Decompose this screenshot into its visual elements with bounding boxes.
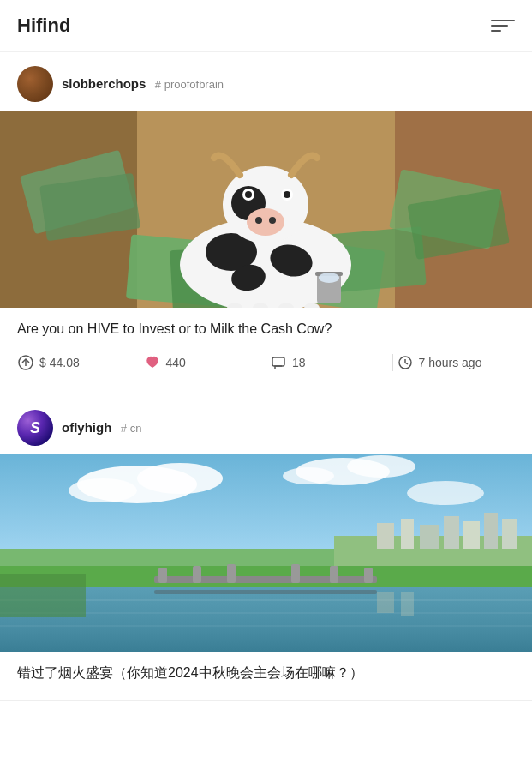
author-tag-2: # cn <box>121 422 142 435</box>
comments-count: 18 <box>292 356 306 369</box>
stat-divider-2 <box>266 354 266 371</box>
svg-rect-58 <box>364 568 373 583</box>
app-title: Hifind <box>17 15 70 37</box>
tag-prefix-2: # <box>121 422 127 435</box>
svg-point-19 <box>269 217 276 224</box>
author-info-2: oflyhigh # cn <box>62 420 141 436</box>
post-title-2[interactable]: 错过了烟火盛宴（你知道2024中秋晚会主会场在哪嘛？） <box>0 652 532 691</box>
upvote-icon <box>17 354 34 371</box>
stat-divider-3 <box>392 354 393 371</box>
post-image-scene <box>0 111 532 308</box>
svg-point-21 <box>245 191 252 198</box>
post-image-2[interactable] <box>0 454 532 652</box>
svg-rect-49 <box>484 513 498 549</box>
money-bg-svg <box>0 111 532 308</box>
svg-rect-54 <box>193 566 201 583</box>
author-name-2[interactable]: oflyhigh <box>62 420 111 435</box>
svg-rect-48 <box>463 521 480 549</box>
svg-rect-32 <box>272 357 284 366</box>
clock-icon <box>397 354 414 371</box>
avatar-2[interactable] <box>17 410 53 446</box>
svg-point-40 <box>283 467 334 484</box>
svg-rect-44 <box>377 523 394 549</box>
post-image[interactable] <box>0 111 532 308</box>
svg-rect-65 <box>401 592 414 616</box>
post-value: $ 44.08 <box>39 356 80 369</box>
post-card: slobberchops # proofofbrain <box>0 52 532 387</box>
post-author-row: slobberchops # proofofbrain <box>0 52 532 111</box>
svg-point-36 <box>137 463 223 494</box>
likes-count: 440 <box>166 356 186 369</box>
author-name[interactable]: slobberchops <box>62 76 146 91</box>
filter-line-3 <box>491 30 501 32</box>
filter-line-1 <box>491 20 515 21</box>
svg-rect-63 <box>154 590 377 594</box>
post-author-row-2: oflyhigh # cn <box>0 396 532 454</box>
svg-point-18 <box>255 217 262 224</box>
svg-rect-50 <box>502 519 517 549</box>
stat-comments: 18 <box>270 354 389 371</box>
svg-point-37 <box>69 478 137 502</box>
svg-point-17 <box>247 208 284 236</box>
svg-point-41 <box>407 481 484 505</box>
stat-time: 7 hours ago <box>397 354 516 371</box>
svg-rect-55 <box>227 564 236 583</box>
svg-rect-52 <box>154 576 377 583</box>
author-tag: # proofofbrain <box>155 78 224 91</box>
stat-divider <box>140 354 140 371</box>
comment-icon <box>270 354 287 371</box>
svg-point-30 <box>319 273 339 283</box>
filter-button[interactable] <box>491 14 515 38</box>
avatar[interactable] <box>17 66 53 102</box>
svg-rect-57 <box>330 566 338 583</box>
svg-rect-56 <box>291 564 300 583</box>
tag-value-2[interactable]: cn <box>130 422 142 435</box>
svg-rect-64 <box>377 592 394 613</box>
tag-value[interactable]: proofofbrain <box>164 78 224 91</box>
filter-line-2 <box>491 25 508 27</box>
svg-rect-47 <box>444 516 459 549</box>
svg-rect-66 <box>0 574 86 617</box>
svg-point-39 <box>347 455 415 478</box>
svg-rect-53 <box>158 568 167 583</box>
post-time: 7 hours ago <box>419 356 482 369</box>
tag-prefix: # <box>155 78 161 91</box>
app-header: Hifind <box>0 0 532 52</box>
post-stats: $ 44.08 440 18 7 hours ago <box>0 347 532 378</box>
post-card-2: oflyhigh # cn <box>0 396 532 700</box>
author-info: slobberchops # proofofbrain <box>62 76 224 92</box>
stat-likes: 440 <box>144 354 263 371</box>
landscape-svg <box>0 454 532 652</box>
heart-icon <box>144 354 161 371</box>
post-title[interactable]: Are you on HIVE to Invest or to Milk the… <box>0 308 532 347</box>
svg-rect-45 <box>401 519 414 549</box>
svg-rect-46 <box>420 525 439 549</box>
svg-point-23 <box>284 191 290 198</box>
stat-value: $ 44.08 <box>17 354 136 371</box>
